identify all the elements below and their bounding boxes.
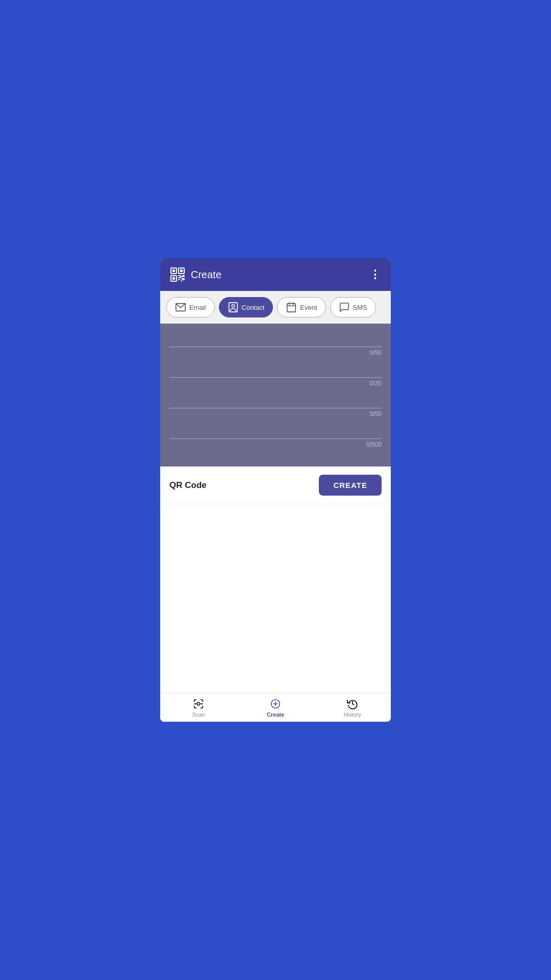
tab-sms-label: SMS: [353, 304, 367, 311]
app-header: Create ⋮: [160, 258, 391, 291]
create-button[interactable]: CREATE: [319, 475, 382, 496]
qr-code-section: QR Code CREATE: [160, 467, 391, 504]
nav-scan[interactable]: Scan: [160, 698, 237, 718]
nav-history-label: History: [344, 712, 361, 718]
qr-code-icon: [169, 266, 186, 283]
name-char-count: 0/50: [169, 349, 382, 356]
phone-input[interactable]: [169, 364, 382, 378]
svg-rect-5: [172, 277, 175, 280]
phone-char-count: 0/20: [169, 380, 382, 387]
qr-code-label: QR Code: [169, 480, 207, 491]
nav-scan-label: Scan: [192, 712, 205, 718]
phone-frame: Create ⋮ Email Contact: [138, 245, 413, 735]
plus-circle-icon: [270, 698, 281, 709]
phone-field-group: 0/20: [169, 364, 382, 387]
more-menu-button[interactable]: ⋮: [369, 268, 382, 281]
name-field-group: 0/50: [169, 334, 382, 356]
address-input[interactable]: [169, 426, 382, 439]
header-left: Create: [169, 266, 221, 283]
content-area: [160, 504, 391, 693]
tab-email-label: Email: [189, 304, 206, 311]
calendar-icon: [286, 302, 297, 313]
app-wrapper: Create ⋮ Email Contact: [160, 258, 391, 722]
svg-point-17: [232, 305, 235, 308]
address-char-count: 0/500: [169, 441, 382, 448]
tab-sms[interactable]: SMS: [330, 297, 376, 317]
address-field-group: 0/500: [169, 426, 382, 448]
tabs-bar: Email Contact Event: [160, 291, 391, 324]
svg-rect-4: [180, 270, 183, 272]
chat-icon: [339, 302, 350, 313]
tab-contact[interactable]: Contact: [219, 297, 273, 317]
email-input[interactable]: [169, 395, 382, 408]
contact-form: 0/50 0/20 0/50 0/500: [160, 324, 391, 467]
nav-create[interactable]: Create: [237, 698, 314, 718]
header-title: Create: [191, 269, 221, 281]
history-icon: [347, 698, 358, 709]
tab-email[interactable]: Email: [166, 297, 215, 317]
nav-create-label: Create: [267, 712, 284, 718]
contact-icon: [228, 302, 239, 313]
bottom-navigation: Scan Create History: [160, 693, 391, 722]
email-char-count: 0/50: [169, 410, 382, 418]
svg-rect-3: [172, 270, 175, 272]
tab-contact-label: Contact: [242, 304, 265, 311]
envelope-icon: [175, 302, 186, 313]
email-field-group: 0/50: [169, 395, 382, 418]
tab-event-label: Event: [300, 304, 317, 311]
name-input[interactable]: [169, 334, 382, 347]
nav-history[interactable]: History: [314, 698, 391, 718]
svg-rect-18: [287, 304, 296, 312]
tab-event[interactable]: Event: [277, 297, 325, 317]
scan-icon: [193, 698, 204, 709]
svg-point-22: [197, 702, 201, 705]
